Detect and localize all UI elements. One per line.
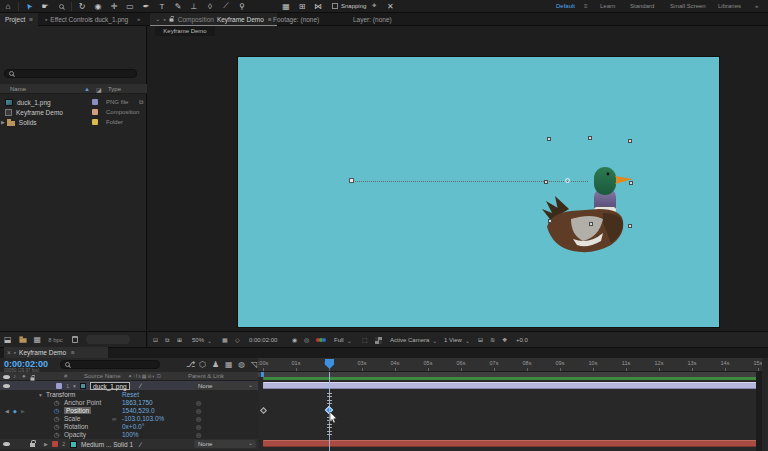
snapshot-icon[interactable]: ◉ (292, 332, 297, 348)
property-value[interactable]: -103.0,103.0% (122, 415, 164, 422)
timeline-tab[interactable]: × ▪ Keyframe Demo ≡ (4, 347, 108, 358)
rectangle-tool-icon[interactable]: ▭ (122, 2, 138, 11)
exposure-value[interactable]: +0.0 (516, 332, 528, 348)
prev-keyframe-icon[interactable]: ◀ (5, 408, 9, 414)
source-name-column[interactable]: Source Name (84, 373, 121, 379)
viewer-lock-icon[interactable] (169, 18, 173, 21)
snapping-checkbox[interactable] (332, 3, 338, 9)
property-pickwhip-icon[interactable]: ◎ (196, 399, 201, 406)
property-row-position[interactable]: ◀ ◆ ▶ ◷ Position 1540,529.0 ◎ (0, 407, 258, 415)
label-chip[interactable] (92, 109, 98, 115)
lock-toggle-icon[interactable] (30, 443, 35, 447)
expand-arrow-icon[interactable]: ▼ (38, 392, 43, 398)
always-preview-icon[interactable]: ⊡ (153, 332, 158, 348)
expand-arrow-icon[interactable]: ▶ (1, 119, 5, 125)
viewer-timecode[interactable]: 0:00:02:00 (249, 332, 277, 348)
hide-shy-layers-icon[interactable]: ♟ (212, 361, 219, 369)
property-row-scale[interactable]: ◷ Scale ∞ -103.0,103.0% ◎ (0, 415, 258, 422)
new-composition-icon[interactable]: ▦ (34, 336, 42, 344)
quality-switch[interactable]: ∕ (140, 441, 141, 448)
color-depth-label[interactable]: 8 bpc (48, 337, 63, 343)
tab-overflow-icon[interactable]: » (137, 16, 140, 22)
transparency-grid-icon[interactable] (375, 332, 382, 348)
visibility-toggle-icon[interactable] (3, 442, 10, 446)
trash-icon[interactable] (72, 336, 78, 343)
reset-exposure-icon[interactable]: ❖ (502, 332, 507, 348)
workspace-learn[interactable]: Learn (600, 3, 615, 9)
property-value[interactable]: 0x+0.0° (122, 423, 144, 430)
layer-row-solid[interactable]: ▶ 2 Medium ... Solid 1 ∕ ◎ None (0, 439, 258, 449)
fast-previews-icon[interactable]: ≋ (490, 332, 495, 348)
property-row-rotation[interactable]: ◷ Rotation 0x+0.0° ◎ (0, 423, 258, 430)
stopwatch-icon[interactable]: ◷ (52, 399, 61, 407)
clone-stamp-tool-icon[interactable]: ⊥ (186, 2, 202, 11)
comp-mini-flowchart-icon[interactable]: ⎇ (186, 361, 195, 369)
transform-group-row[interactable]: ▼ Transform Reset (0, 391, 258, 398)
column-type[interactable]: Type (108, 86, 121, 92)
property-value[interactable]: 100% (122, 431, 139, 438)
label-column-icon[interactable]: ◪ (96, 86, 102, 93)
multi-view-icon[interactable]: ⊞ (177, 332, 182, 348)
property-row-opacity[interactable]: ◷ Opacity 100% ◎ (0, 431, 258, 438)
home-icon[interactable]: ⌂ (0, 2, 16, 11)
magnification-select[interactable]: 50%⌄ (192, 332, 212, 348)
next-keyframe-icon[interactable]: ▶ (21, 408, 25, 414)
add-keyframe-icon[interactable]: ◆ (13, 408, 17, 414)
view-layout-select[interactable]: 1 View⌄ (444, 332, 470, 348)
new-folder-icon[interactable] (19, 338, 26, 343)
layer-name-field[interactable]: duck_1.png (90, 382, 130, 390)
timeline-graph-area[interactable] (258, 372, 762, 451)
workspace-overflow-icon[interactable]: » (755, 3, 758, 9)
property-row-anchor-point[interactable]: ◷ Anchor Point 1863,1750 ◎ (0, 399, 258, 406)
panel-menu-icon[interactable]: ≡ (29, 16, 33, 23)
roto-brush-tool-icon[interactable]: ⟋ (218, 1, 234, 11)
text-tool-icon[interactable]: T (154, 2, 170, 11)
project-row-duck[interactable]: duck_1.png PNG file ⧉ (0, 97, 147, 107)
timeline-search-input[interactable] (60, 360, 160, 369)
visibility-toggle-icon[interactable] (3, 384, 10, 388)
motion-blur-icon[interactable]: ◍ (238, 361, 245, 369)
project-scrollbar[interactable] (86, 335, 130, 344)
frame-blending-icon[interactable]: ▦ (225, 361, 233, 369)
snap-edges-icon[interactable]: ✕ (382, 2, 398, 11)
channels-icon[interactable] (316, 332, 326, 348)
reset-link[interactable]: Reset (122, 391, 139, 398)
layer-label-chip[interactable] (56, 383, 62, 389)
interpret-footage-icon[interactable]: ⬓ (4, 336, 12, 344)
graph-editor-icon[interactable]: ◹ (251, 361, 257, 369)
brush-tool-icon[interactable]: ✎ (170, 2, 186, 11)
sort-arrow-icon[interactable]: ▲ (84, 86, 90, 92)
parent-dropdown[interactable]: None (194, 382, 256, 390)
camera-tool-icon[interactable]: ◉ (90, 2, 106, 11)
layer-duration-bar-duck[interactable] (263, 382, 761, 389)
keyframe-diamond[interactable] (260, 407, 267, 414)
expand-arrow-icon[interactable]: ▶ (44, 441, 48, 447)
selection-handle[interactable] (544, 180, 548, 184)
panel-menu-icon[interactable]: ≡ (71, 349, 75, 356)
tab-effect-controls[interactable]: ▪ Effect Controls duck_1.png (40, 13, 133, 26)
property-pickwhip-icon[interactable]: ◎ (196, 423, 201, 430)
rotation-tool-icon[interactable]: ↻ (74, 2, 90, 11)
main-viewer-icon[interactable]: ⧉ (165, 332, 169, 348)
column-name[interactable]: Name (10, 86, 26, 92)
selection-handle[interactable] (629, 181, 633, 185)
link-dimensions-icon[interactable]: ∞ (112, 416, 116, 422)
quality-switch[interactable]: ∕ (140, 382, 141, 389)
workspace-default[interactable]: Default (556, 3, 575, 9)
selection-handle[interactable] (589, 222, 593, 226)
expand-arrow-icon[interactable]: ▼ (72, 383, 77, 389)
duck-artwork[interactable] (541, 163, 635, 261)
comp-navigator-tab[interactable]: Keyframe Demo (155, 26, 215, 36)
snap-target-icon[interactable]: ⌖ (366, 1, 382, 11)
pixel-aspect-icon[interactable]: ⊟ (478, 332, 483, 348)
view-camera-select[interactable]: Active Camera⌄ (390, 332, 437, 348)
project-row-solids[interactable]: ▶ Solids Folder (0, 117, 147, 127)
layer-row-duck[interactable]: 1 ▼ duck_1.png ∕ ◎ None (0, 381, 258, 390)
motion-path-keyframe[interactable] (349, 178, 354, 183)
resolution-select[interactable]: Full⌄ (334, 332, 352, 348)
workspace-menu-icon[interactable]: ≡ (584, 3, 588, 9)
workspace-libraries[interactable]: Libraries (718, 3, 741, 9)
project-row-comp[interactable]: Keyframe Demo Composition (0, 107, 147, 117)
property-value[interactable]: 1540,529.0 (122, 407, 155, 414)
tab-layer[interactable]: Layer: (none) (348, 13, 397, 26)
